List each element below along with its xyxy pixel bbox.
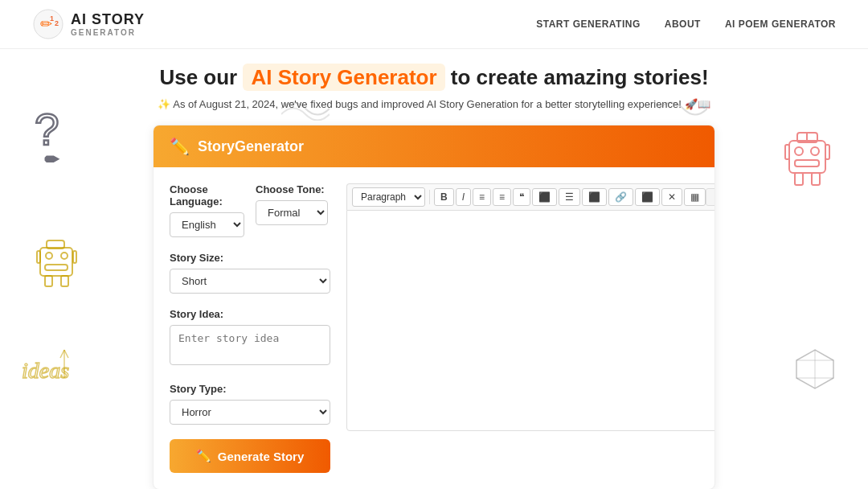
svg-text:1: 1 (50, 14, 54, 23)
headline-prefix: Use our (159, 65, 243, 89)
toolbar-quote[interactable]: ❝ (513, 188, 530, 206)
story-size-select[interactable]: Short Medium Long (170, 269, 330, 294)
language-select[interactable]: English Spanish French German (170, 212, 244, 237)
story-type-label: Story Type: (170, 383, 330, 395)
main-content: Use our AI Story Generator to create ama… (0, 49, 868, 489)
story-idea-group: Story Idea: (170, 308, 330, 368)
logo: ✏ 1 2 AI STORY GENERATOR (32, 8, 145, 40)
toolbar-bold[interactable]: B (434, 188, 454, 206)
tone-select[interactable]: Formal Casual Humorous (256, 200, 328, 225)
editor-area (346, 210, 715, 431)
headline-suffix: to create amazing stories! (451, 65, 709, 89)
generate-story-button[interactable]: ✏️ Generate Story (170, 439, 330, 473)
banner-icon: ✨ (158, 98, 173, 110)
right-panel: Paragraph Heading 1 Heading 2 B I ≡ ≡ ❝ … (346, 183, 715, 473)
story-size-label: Story Size: (170, 252, 330, 264)
toolbar-italic[interactable]: I (456, 188, 471, 206)
card-body: Choose Language: English Spanish French … (154, 167, 714, 489)
story-type-group: Story Type: Horror Fantasy Sci-Fi Romanc… (170, 383, 330, 425)
story-size-group: Story Size: Short Medium Long (170, 252, 330, 294)
toolbar-align-right[interactable]: ⬛ (582, 188, 607, 206)
logo-sub-label: GENERATOR (71, 28, 145, 37)
headline-highlight: AI Story Generator (243, 64, 444, 91)
headline: Use our AI Story Generator to create ama… (32, 65, 836, 90)
generate-label: Generate Story (218, 450, 305, 463)
nav-poem-generator[interactable]: AI POEM GENERATOR (725, 18, 836, 30)
nav-start-generating[interactable]: START GENERATING (536, 18, 641, 30)
toolbar-table[interactable]: ⬛ (635, 188, 660, 206)
card-title: StoryGenerator (198, 138, 304, 155)
editor-toolbar: Paragraph Heading 1 Heading 2 B I ≡ ≡ ❝ … (346, 183, 715, 210)
toolbar-ul[interactable]: ≡ (473, 188, 491, 206)
generate-icon: ✏️ (196, 449, 211, 463)
logo-icon: ✏ 1 2 (32, 8, 64, 40)
banner-emojis: 🚀📖 (685, 98, 710, 110)
update-banner: ✨ As of August 21, 2024, we've fixed bug… (32, 98, 836, 110)
language-label: Choose Language: (170, 183, 244, 208)
nav-links: START GENERATING ABOUT AI POEM GENERATOR (536, 18, 836, 30)
svg-text:2: 2 (55, 19, 59, 27)
story-generator-card: ✏️ StoryGenerator Choose Language: Engli… (153, 125, 715, 489)
toolbar-clear[interactable]: ✕ (661, 188, 682, 206)
visual-button[interactable]: Visual (706, 188, 715, 206)
toolbar-grid[interactable]: ▦ (684, 188, 706, 206)
card-header: ✏️ StoryGenerator (154, 125, 714, 167)
toolbar-link[interactable]: 🔗 (608, 188, 633, 206)
tone-group: Choose Tone: Formal Casual Humorous (256, 183, 330, 225)
nav-about[interactable]: ABOUT (665, 18, 701, 30)
view-toggle: Visual Text (706, 188, 715, 206)
toolbar-align-center[interactable]: ☰ (559, 188, 580, 206)
language-group: Choose Language: English Spanish French … (170, 183, 244, 237)
paragraph-select[interactable]: Paragraph Heading 1 Heading 2 (352, 187, 425, 207)
story-type-select[interactable]: Horror Fantasy Sci-Fi Romance Mystery (170, 400, 330, 425)
toolbar-left: Paragraph Heading 1 Heading 2 B I ≡ ≡ ❝ … (352, 187, 706, 207)
navbar: ✏ 1 2 AI STORY GENERATOR START GENERATIN… (0, 0, 868, 49)
logo-text: AI STORY GENERATOR (71, 11, 145, 37)
left-panel: Choose Language: English Spanish French … (170, 183, 330, 473)
toolbar-ol[interactable]: ≡ (493, 188, 511, 206)
editor-textarea[interactable] (355, 219, 715, 420)
logo-ai-label: AI STORY (71, 11, 145, 28)
toolbar-sep1 (429, 190, 430, 204)
pencil-icon: ✏️ (170, 137, 190, 156)
banner-text: As of August 21, 2024, we've fixed bugs … (173, 98, 682, 110)
toolbar-align-left[interactable]: ⬛ (532, 188, 557, 206)
story-idea-input[interactable] (170, 325, 330, 365)
story-idea-label: Story Idea: (170, 308, 330, 320)
tone-label: Choose Tone: (256, 183, 330, 195)
